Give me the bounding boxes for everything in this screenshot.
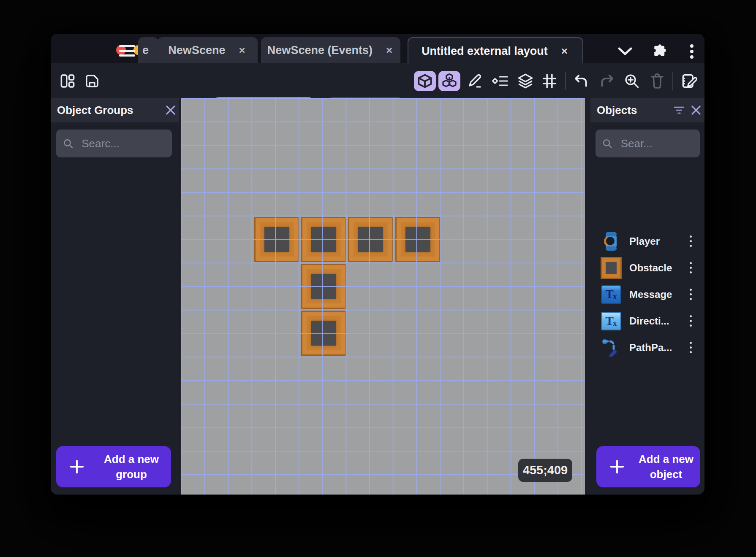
zoom-in-icon[interactable] [621, 71, 643, 91]
tab-close-icon[interactable]: × [237, 44, 247, 57]
text-object-light-icon: Tx [601, 312, 622, 330]
objects-panel: Objects Player [590, 98, 704, 495]
object-options-kebab-icon[interactable] [684, 260, 697, 276]
add-object-button[interactable]: Add a new object [596, 446, 700, 487]
open-panels-icon[interactable] [57, 71, 79, 91]
undo-icon[interactable] [570, 71, 592, 91]
toolbar-divider [565, 72, 566, 90]
add-object-label: Add a new object [636, 452, 696, 482]
object-options-kebab-icon[interactable] [684, 313, 697, 330]
cursor-coordinates-badge: 455;409 [518, 459, 572, 482]
tab-close-icon[interactable]: × [384, 44, 394, 57]
chevron-down-icon[interactable] [616, 43, 634, 60]
tab-label: NewScene [168, 44, 225, 57]
scene-properties-icon[interactable] [679, 71, 701, 91]
objects-list: Player Obstacle Tx Message Tx Directi... [590, 228, 704, 361]
kebab-menu-icon[interactable] [683, 43, 701, 60]
plus-icon [609, 459, 625, 475]
object-name: Directi... [629, 315, 684, 327]
tab-label: e [142, 44, 149, 57]
add-group-button[interactable]: Add a new group [56, 446, 171, 487]
object-options-kebab-icon[interactable] [684, 233, 697, 250]
delete-trash-icon[interactable] [646, 71, 668, 91]
object-groups-panel: Object Groups Add a new group [51, 98, 179, 495]
group-search-input[interactable] [81, 137, 165, 151]
object-search-box[interactable] [596, 130, 700, 157]
group-search-box[interactable] [56, 130, 172, 157]
obstacle-tile-instance[interactable] [301, 264, 346, 309]
tab-close-icon[interactable]: × [560, 45, 569, 57]
object-row-obstacle[interactable]: Obstacle [590, 254, 704, 281]
object-row-message[interactable]: Tx Message [590, 281, 704, 308]
obstacle-tile-instance[interactable] [254, 217, 299, 262]
search-icon [63, 137, 73, 150]
tab-label: Untitled external layout [422, 45, 548, 58]
title-tab-bar: e NewScene × NewScene (Events) × Untitle… [51, 34, 704, 63]
object-name: Player [629, 235, 684, 247]
object-search-input[interactable] [620, 137, 693, 151]
object-options-kebab-icon[interactable] [684, 339, 697, 356]
desktop-background: e NewScene × NewScene (Events) × Untitle… [0, 0, 756, 557]
text-object-icon: Tx [601, 285, 622, 304]
close-panel-icon[interactable] [688, 102, 704, 119]
search-icon [602, 137, 612, 150]
obstacle-tile-instance[interactable] [301, 217, 346, 262]
grid-overlay [181, 98, 585, 495]
add-group-label: Add a new group [96, 452, 167, 482]
gdevelop-window: e NewScene × NewScene (Events) × Untitle… [51, 34, 704, 495]
grid-icon[interactable] [538, 71, 560, 91]
objects-cubes-icon[interactable] [438, 71, 460, 91]
tab-newscene-events[interactable]: NewScene (Events) × [261, 37, 400, 63]
object-name: Obstacle [629, 262, 684, 274]
instances-list-icon[interactable] [489, 71, 511, 91]
orange-block-icon [601, 257, 622, 279]
panel-title: Objects [597, 104, 637, 117]
object-row-directions[interactable]: Tx Directi... [590, 308, 704, 334]
obstacle-tile-instance[interactable] [348, 217, 393, 262]
object-groups-header: Object Groups [51, 98, 179, 122]
toolbar-divider [672, 72, 673, 90]
close-panel-icon[interactable] [162, 102, 179, 119]
object-name: PathPa... [629, 342, 684, 354]
redo-icon[interactable] [596, 71, 618, 91]
tab-untitled-external-layout[interactable]: Untitled external layout × [408, 37, 583, 64]
obstacle-tile-instance[interactable] [395, 217, 441, 262]
edit-pencil-icon[interactable] [464, 71, 486, 91]
puzzle-extensions-icon[interactable] [650, 43, 668, 60]
object-row-player[interactable]: Player [590, 228, 704, 254]
object-name: Message [629, 289, 684, 300]
objects-header: Objects [590, 98, 704, 122]
panel-title: Object Groups [57, 104, 133, 117]
layers-icon[interactable] [514, 71, 536, 91]
tab-newscene[interactable]: NewScene × [158, 37, 258, 63]
object-options-kebab-icon[interactable] [684, 286, 697, 303]
3d-box-icon[interactable] [414, 71, 436, 91]
save-icon[interactable] [81, 71, 103, 91]
plus-icon [69, 459, 85, 475]
toolbar: Preview Publish [51, 63, 704, 98]
object-row-pathpaint[interactable]: PathPa... [590, 334, 704, 361]
main-menu-icon[interactable] [119, 45, 135, 57]
obstacle-tile-instance[interactable] [301, 311, 346, 356]
filter-icon[interactable] [671, 102, 688, 119]
tab-truncated[interactable]: e [138, 37, 158, 63]
tab-label: NewScene (Events) [267, 44, 373, 57]
scene-editor-canvas[interactable]: 455;409 [181, 98, 585, 495]
player-sprite-icon [601, 231, 622, 251]
path-paint-icon [601, 338, 622, 357]
